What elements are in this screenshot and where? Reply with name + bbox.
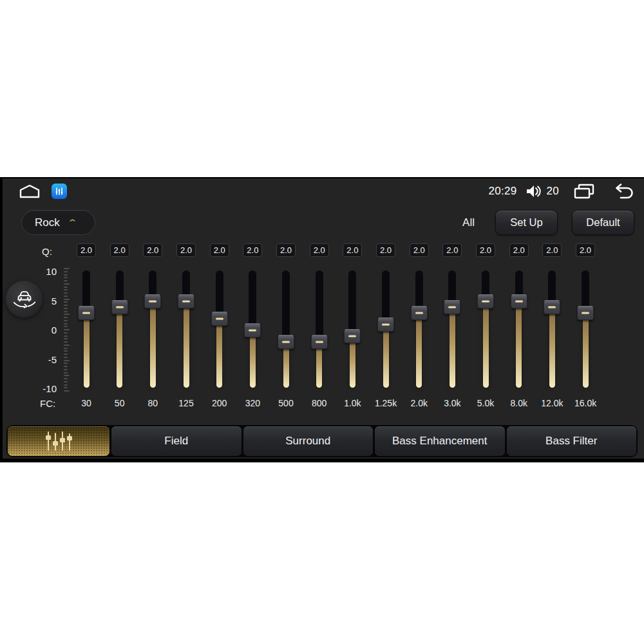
screenshot-canvas: 20:29 20: [0, 0, 644, 644]
eq-slider-thumb[interactable]: [311, 335, 328, 349]
eq-slider-thumb[interactable]: [511, 294, 527, 308]
fc-frequency-label: 16.0k: [569, 398, 602, 408]
eq-band-column: 2.016.0k: [569, 178, 602, 459]
gain-scale-tick: [64, 326, 68, 327]
slider-track-lower[interactable]: [383, 325, 389, 388]
eq-band-column: 2.0800: [303, 178, 336, 459]
car-surround-icon: [11, 286, 38, 313]
tab-field[interactable]: Field: [111, 426, 242, 456]
eq-slider-thumb[interactable]: [78, 306, 95, 320]
slider-track-lower[interactable]: [250, 330, 256, 388]
eq-sliders-icon: [41, 430, 77, 452]
tab-bass-filter[interactable]: Bass Filter: [507, 426, 637, 456]
gain-scale-tick: [64, 390, 70, 392]
eq-slider-thumb[interactable]: [577, 306, 594, 320]
q-value-badge: 2.0: [110, 243, 129, 257]
q-value-badge: 2.0: [343, 243, 362, 257]
q-value-badge: 2.0: [143, 243, 162, 257]
eq-band-column: 2.050: [103, 178, 137, 459]
slider-track-lower[interactable]: [583, 313, 589, 388]
q-value-badge: 2.0: [410, 243, 429, 257]
eq-band-column: 2.01.25k: [369, 178, 402, 459]
eq-slider-thumb[interactable]: [111, 300, 128, 314]
eq-band-column: 2.0200: [203, 178, 236, 459]
slider-track-lower[interactable]: [416, 313, 422, 388]
eq-slider-thumb[interactable]: [444, 300, 460, 314]
slider-track-lower[interactable]: [549, 307, 555, 388]
gain-scale-label: -10: [35, 383, 57, 394]
q-value-badge: 2.0: [576, 243, 595, 257]
fc-frequency-label: 500: [269, 398, 303, 408]
gain-scale-tick: [64, 323, 68, 325]
gain-scale-tick: [64, 311, 68, 312]
gain-scale-tick: [64, 354, 68, 355]
gain-scale-tick: [64, 360, 70, 361]
q-value-badge: 2.0: [77, 243, 96, 257]
gain-scale-tick: [64, 299, 70, 300]
tab-bass-enhancement[interactable]: Bass Enhancement: [375, 426, 505, 456]
fc-frequency-label: 30: [70, 398, 103, 408]
eq-band-column: 2.08.0k: [502, 178, 536, 459]
eq-slider-thumb[interactable]: [411, 306, 428, 320]
fc-frequency-label: 1.0k: [336, 398, 369, 408]
slider-track-lower[interactable]: [516, 301, 522, 388]
eq-slider-thumb[interactable]: [144, 294, 161, 308]
preset-label: Rock: [35, 216, 60, 229]
slider-track-lower[interactable]: [450, 307, 455, 388]
fc-frequency-label: 8.0k: [502, 398, 536, 408]
gain-scale-tick: [64, 283, 70, 285]
gain-scale-tick: [64, 387, 68, 388]
eq-band-column: 2.030: [70, 178, 103, 459]
eq-slider-thumb[interactable]: [278, 335, 294, 349]
slider-track-lower[interactable]: [184, 301, 189, 388]
q-value-badge: 2.0: [542, 243, 562, 257]
head-unit-screen: 20:29 20: [0, 177, 644, 462]
home-icon[interactable]: [18, 184, 41, 199]
tab-surround[interactable]: Surround: [243, 426, 374, 456]
slider-track-lower[interactable]: [84, 313, 90, 388]
fc-frequency-label: 12.0k: [535, 398, 569, 408]
gain-scale-tick: [64, 341, 68, 343]
eq-app-icon[interactable]: [52, 184, 67, 199]
slider-track-lower[interactable]: [216, 319, 222, 388]
eq-slider-thumb[interactable]: [244, 323, 261, 337]
gain-scale-tick: [64, 329, 70, 330]
gain-scale-tick: [64, 332, 68, 334]
gain-scale-tick: [64, 366, 68, 367]
gain-scale-tick: [64, 305, 68, 306]
gain-scale-label: 10: [35, 266, 57, 277]
fc-frequency-label: 1.25k: [369, 398, 402, 408]
gain-scale-tick: [64, 292, 68, 294]
eq-slider-thumb[interactable]: [344, 329, 361, 343]
slider-track-lower[interactable]: [350, 336, 355, 388]
gain-scale-tick: [64, 345, 70, 346]
eq-slider-thumb[interactable]: [211, 312, 228, 326]
fc-axis-label: FC:: [40, 398, 55, 409]
eq-band-column: 2.01.0k: [336, 178, 369, 459]
slider-track-lower[interactable]: [150, 301, 156, 388]
fc-frequency-label: 320: [236, 398, 269, 408]
slider-track-lower[interactable]: [117, 307, 122, 388]
car-surround-button[interactable]: [6, 281, 43, 317]
eq-slider-thumb[interactable]: [377, 317, 394, 332]
eq-slider-thumb[interactable]: [477, 294, 494, 308]
gain-scale-tick: [64, 277, 68, 278]
gain-scale-tick: [64, 274, 68, 276]
eq-slider-thumb[interactable]: [544, 300, 560, 314]
tab-equalizer[interactable]: [8, 426, 109, 456]
fc-frequency-label: 2.0k: [402, 398, 436, 408]
back-arrow-icon[interactable]: [612, 183, 635, 200]
bottom-tab-bar: FieldSurroundBass EnhancementBass Filter: [6, 425, 638, 457]
eq-band-column: 2.05.0k: [469, 178, 502, 459]
gain-scale-tick: [64, 287, 68, 288]
equalizer-panel: 20:29 20: [3, 178, 644, 459]
eq-band-column: 2.080: [136, 178, 169, 459]
gain-scale-tick: [64, 308, 68, 309]
gain-scale-tick: [64, 375, 70, 376]
fc-frequency-label: 80: [136, 398, 169, 408]
slider-track-lower[interactable]: [483, 301, 489, 388]
eq-slider-thumb[interactable]: [178, 294, 194, 308]
gain-scale-tick: [64, 336, 68, 337]
eq-band-column: 2.012.0k: [535, 178, 569, 459]
q-value-badge: 2.0: [176, 243, 196, 257]
